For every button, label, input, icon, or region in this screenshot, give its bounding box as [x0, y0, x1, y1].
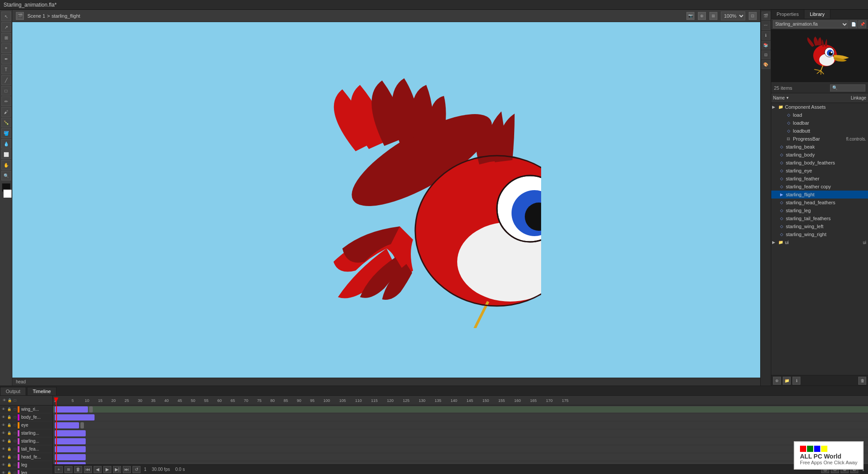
layer-row[interactable]: 👁 🔒 □ head_fe... [0, 453, 53, 461]
camera-icon[interactable]: 📷 [686, 12, 694, 20]
clip-board-icon[interactable]: 🎬 [16, 12, 24, 20]
motion-editor-icon[interactable]: 〰 [762, 21, 770, 30]
lock-icon[interactable]: 🔒 [7, 415, 12, 420]
list-item[interactable]: ◇ load [771, 111, 868, 119]
zoom-tool[interactable]: 🔍 [1, 171, 11, 180]
vis-icon[interactable]: 👁 [1, 415, 6, 420]
zoom-select[interactable]: 100% 50% 200% [721, 11, 745, 20]
layer-row[interactable]: 👁 🔒 □ leg [0, 461, 53, 469]
new-folder-btn[interactable]: 📁 [783, 377, 791, 385]
linkage-column-header[interactable]: Linkage [840, 96, 866, 100]
add-motion-btn[interactable]: ≋ [64, 466, 72, 473]
pencil-tool[interactable]: ✏ [1, 96, 11, 106]
new-symbol-btn[interactable]: ⊕ [773, 377, 781, 385]
lock-icon[interactable]: 🔒 [7, 423, 12, 428]
list-item[interactable]: ◇ starling_beak [771, 143, 868, 151]
list-item[interactable]: ▶ 📁 ui ui [771, 238, 868, 246]
tab-timeline[interactable]: Timeline [27, 387, 57, 395]
symbol-label[interactable]: starling_flight [52, 13, 80, 19]
play-btn[interactable]: ▶ [103, 466, 111, 473]
rect-tool[interactable]: □ [1, 86, 11, 96]
free-transform-tool[interactable]: ⊞ [1, 33, 11, 42]
text-tool[interactable]: T [1, 65, 11, 74]
frame-ruler[interactable]: 1 5 10 15 20 25 30 35 40 45 50 55 60 65 … [53, 396, 868, 405]
delete-btn[interactable]: 🗑 [858, 377, 866, 385]
delete-layer-btn[interactable]: 🗑 [74, 466, 82, 473]
line-tool[interactable]: ╱ [1, 75, 11, 85]
outline-icon[interactable]: □ [12, 470, 18, 474]
list-item[interactable]: ◇ loadbar [771, 119, 868, 127]
tab-library[interactable]: Library [804, 10, 830, 19]
color-panel-icon[interactable]: 🎨 [762, 60, 770, 69]
grid-icon[interactable]: ⊞ [709, 12, 717, 20]
lock-icon[interactable]: 🔒 [7, 470, 12, 474]
lock-icon[interactable]: 🔒 [7, 431, 12, 436]
subselect-tool[interactable]: ↗ [1, 22, 11, 32]
lasso-tool[interactable]: ⌖ [1, 43, 11, 53]
list-item[interactable]: ◇ starling_wing_left [771, 222, 868, 230]
last-frame-btn[interactable]: ⏭ [123, 466, 131, 473]
list-item[interactable]: ◇ starling_leg [771, 206, 868, 214]
vis-icon[interactable]: 👁 [1, 423, 6, 428]
library-search-input[interactable] [830, 84, 865, 92]
list-item[interactable]: ◇ starling_feather [771, 175, 868, 183]
list-item[interactable]: ◇ starling_tail_feathers [771, 214, 868, 222]
pen-tool[interactable]: ✒ [1, 54, 11, 64]
properties-btn[interactable]: ℹ [792, 377, 800, 385]
lock-icon[interactable]: 🔒 [7, 455, 12, 460]
first-frame-btn[interactable]: ⏮ [84, 466, 92, 473]
list-item[interactable]: ⊟ ProgressBar fl.controls. [771, 135, 868, 143]
vis-icon[interactable]: 👁 [1, 463, 6, 468]
layer-row[interactable]: 👁 🔒 □ body_fe... [0, 413, 53, 421]
select-tool[interactable]: ↖ [1, 11, 11, 21]
outline-icon[interactable]: □ [12, 463, 18, 468]
list-item[interactable]: ◇ starling_body_feathers [771, 159, 868, 167]
scene-label[interactable]: Scene 1 [27, 13, 45, 19]
library-panel-icon[interactable]: 📚 [762, 41, 770, 50]
layer-row[interactable]: 👁 🔒 □ starling... [0, 437, 53, 445]
outline-icon[interactable]: □ [12, 431, 18, 436]
hand-tool[interactable]: ✋ [1, 160, 11, 170]
ink-bottle-tool[interactable]: 🍾 [1, 118, 11, 127]
vis-icon[interactable]: 👁 [1, 431, 6, 436]
snap-icon[interactable]: ⊕ [698, 12, 706, 20]
library-pin-icon[interactable]: 📌 [858, 20, 866, 28]
lock-icon[interactable]: 🔒 [7, 463, 12, 468]
layer-row[interactable]: 👁 🔒 □ wing_ri... [0, 405, 53, 413]
outline-icon[interactable]: □ [12, 447, 18, 452]
brush-tool[interactable]: 🖌 [1, 107, 11, 117]
layer-row[interactable]: 👁 🔒 □ eye [0, 421, 53, 429]
list-item[interactable]: ◇ starling_wing_right [771, 230, 868, 238]
lock-icon[interactable]: 🔒 [7, 439, 12, 444]
tab-output[interactable]: Output [0, 387, 26, 395]
align-panel-icon[interactable]: ⊟ [762, 50, 770, 59]
fill-color[interactable] [3, 189, 12, 198]
name-column-header[interactable]: Name ▼ [773, 96, 840, 100]
properties-panel-icon[interactable]: ℹ [762, 31, 770, 40]
list-item[interactable]: ▶ 📁 Component Assets [771, 103, 868, 111]
library-new-icon[interactable]: 📄 [849, 20, 857, 28]
lock-icon[interactable]: 🔒 [7, 407, 12, 412]
list-item-active[interactable]: ▶ starling_flight [771, 191, 868, 199]
paint-bucket-tool[interactable]: 🪣 [1, 128, 11, 138]
outline-icon[interactable]: □ [12, 407, 18, 412]
layer-row[interactable]: 👁 🔒 □ leg [0, 469, 53, 474]
loop-btn[interactable]: ↺ [133, 466, 140, 473]
tab-properties[interactable]: Properties [771, 10, 804, 19]
library-file-dropdown[interactable]: Starling_animation.fla [773, 20, 849, 28]
vis-icon[interactable]: 👁 [1, 407, 6, 412]
eyedropper-tool[interactable]: 💧 [1, 139, 11, 149]
outline-icon[interactable]: □ [12, 415, 18, 420]
prev-frame-btn[interactable]: ◀ [94, 466, 102, 473]
layer-row[interactable]: 👁 🔒 □ starling... [0, 429, 53, 437]
vis-icon[interactable]: 👁 [1, 439, 6, 444]
outline-icon[interactable]: □ [12, 423, 18, 428]
lock-icon[interactable]: 🔒 [7, 447, 12, 452]
list-item[interactable]: ◇ starling_eye [771, 167, 868, 175]
layer-row[interactable]: 👁 🔒 □ tail_fea... [0, 445, 53, 453]
list-item[interactable]: ◇ loadbutt [771, 127, 868, 135]
outline-icon[interactable]: □ [12, 455, 18, 460]
vis-icon[interactable]: 👁 [1, 447, 6, 452]
add-layer-btn[interactable]: + [55, 466, 63, 473]
expand-icon[interactable]: ⊡ [749, 12, 757, 20]
